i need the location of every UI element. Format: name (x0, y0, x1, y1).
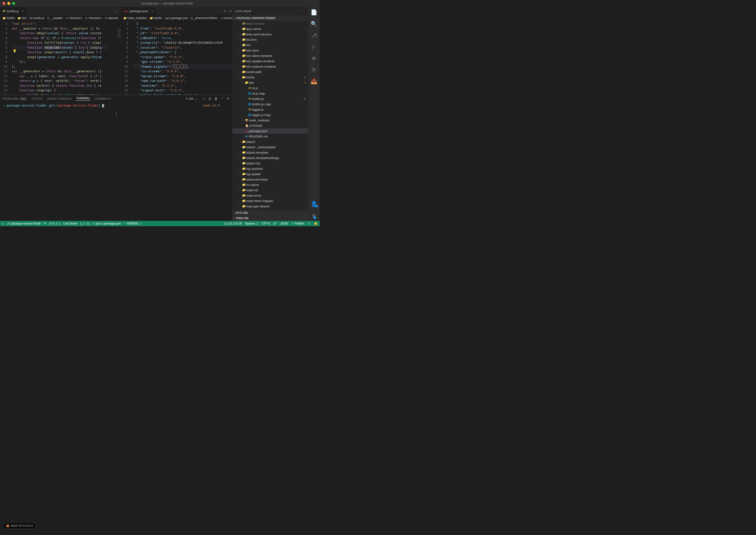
file-tree-item[interactable]: ›📁lowercase-keys (232, 177, 308, 182)
code-left[interactable]: "use strict";var __awaiter = (this && th… (12, 21, 108, 95)
terminal-select[interactable]: 1: zsh⌄ (184, 97, 199, 100)
new-terminal-icon[interactable]: ＋ (202, 97, 205, 101)
source-control-icon[interactable]: ⎇ (311, 32, 317, 38)
file-tree-item[interactable]: ›📁listr-silent-renderer (232, 53, 308, 58)
eol[interactable]: LF (273, 222, 277, 225)
explorer-more-icon[interactable]: ⋯ (302, 10, 305, 13)
code-area-right[interactable]: 12345678910111213141516 { "_from": "lock… (121, 21, 232, 95)
breadcrumb-item[interactable]: ⊙rejected (105, 16, 118, 20)
sync-icon[interactable]: ⟳ (44, 222, 46, 225)
close-tab-icon[interactable]: × (151, 9, 153, 13)
file-tree-item[interactable]: ›📁lru-cache (232, 182, 308, 187)
lightbulb-icon[interactable]: 💡 (13, 49, 16, 53)
outline-section[interactable]: › OUTLINE (232, 210, 308, 215)
indentation[interactable]: Spaces: 2 (245, 222, 258, 225)
remote-icon[interactable]: ⟳ (311, 67, 316, 73)
file-tree-item[interactable]: ›📁lodash.zip (232, 160, 308, 166)
live-share[interactable]: Live Share (63, 222, 77, 225)
breadcrumb-item[interactable]: JSlockfix.js (29, 16, 44, 20)
history-icon[interactable]: ⟲ (224, 9, 226, 13)
file-tree-item[interactable]: ›📁listr-input (232, 48, 308, 53)
file-tree-item[interactable]: JSlockfix.js2 (232, 96, 308, 101)
file-tree-item[interactable]: ›📁lodash (232, 139, 308, 144)
panel-tab-problems[interactable]: PROBLEMS1K+ (3, 97, 27, 100)
file-tree-item[interactable]: ›📁lodash._reinterpolate (232, 144, 308, 150)
breadcrumbs-right[interactable]: 📁node_modules›📁lockfix›npmpackage.json›{… (121, 15, 232, 21)
cursor-position[interactable]: Ln 10, Col 29 (224, 222, 241, 225)
file-tree-item[interactable]: JScli.js (232, 85, 308, 91)
explorer-root[interactable]: ⌄ PACKAGE-VERSION-FINDER (232, 15, 308, 21)
file-tree-item[interactable]: ›📁latest-version (232, 21, 308, 26)
language-mode[interactable]: JSON (280, 222, 288, 225)
git-branch[interactable]: ⎇ package-version-finder (7, 222, 41, 225)
panel-tab-output[interactable]: OUTPUT (32, 97, 43, 100)
search-icon[interactable]: 🔍 (310, 21, 317, 27)
feedback-icon[interactable]: ☺ (308, 222, 310, 225)
breadcrumb-item[interactable]: ⊙__awaiter (47, 16, 63, 20)
panel-up-icon[interactable]: ⌃ (221, 97, 224, 100)
explorer-icon[interactable]: 📄 (310, 9, 317, 15)
file-tree-item[interactable]: 🌐lockfix.js.map (232, 101, 308, 107)
file-tree-item[interactable]: ⌄📂dist● (232, 80, 308, 85)
spell-status[interactable]: {..} : 11 (80, 222, 90, 225)
file-tree-item[interactable]: ›📁make-fetch-happen (232, 198, 308, 204)
file-tree-item[interactable]: ›📁log-update (232, 171, 308, 177)
file-tree-item[interactable]: ›📦node_modules (232, 118, 308, 123)
breadcrumb-item[interactable]: ▭human-signals (221, 16, 232, 20)
file-tree-item[interactable]: ›📁map-age-cleaner (232, 204, 308, 209)
timeline-section[interactable]: › TIMELINE (232, 215, 308, 221)
maximize-window-button[interactable] (12, 2, 15, 5)
more-icon[interactable]: ⋯ (116, 9, 118, 13)
file-tree-item[interactable]: MDREADME.md (232, 134, 308, 139)
extensions-icon[interactable]: ⊞ (312, 55, 315, 61)
settings-icon[interactable]: ⚙1 (312, 212, 315, 218)
file-tree-item[interactable]: npmpackage.json (232, 128, 308, 134)
run-debug-icon[interactable]: ▷ (312, 44, 315, 50)
close-tab-icon[interactable]: × (22, 9, 24, 13)
file-type-status[interactable]: ✓ json | package.json (93, 222, 121, 225)
file-tree-item[interactable]: ›📁list-item (232, 37, 308, 42)
breadcrumb-item[interactable]: 📁lockfix (2, 16, 14, 20)
breadcrumb-item[interactable]: 📁dist (17, 16, 26, 20)
account-icon[interactable]: 👤1 (310, 201, 317, 207)
code-right[interactable]: { "_from": "lockfix@2.0.0", "_id": "lock… (133, 21, 232, 95)
panel-tab-debug[interactable]: DEBUG CONSOLE (47, 97, 72, 100)
breadcrumb-item[interactable]: {}_phantomChildren (191, 16, 217, 20)
tab-package-json[interactable]: npm package.json × (121, 7, 156, 15)
panel-tab-terminal[interactable]: TERMINAL (76, 97, 90, 101)
code-area-left[interactable]: 💡 12345678910111213141516 "use strict";v… (0, 21, 121, 95)
file-tree-item[interactable]: ›📁make-error (232, 193, 308, 198)
file-tree-item[interactable]: ›📁lazy-cache (232, 26, 308, 32)
file-tree-item[interactable]: ›📁listr-verbose-renderer (232, 64, 308, 69)
breadcrumb-item[interactable]: ⊙<function> (66, 16, 82, 20)
share-icon[interactable]: 📤 (310, 78, 317, 84)
compare-icon[interactable]: ⇄ (230, 9, 231, 13)
file-tree-item[interactable]: ›📁lodash.template (232, 150, 308, 155)
file-tree-item[interactable]: 🌐logger.js.map (232, 112, 308, 118)
minimap-left[interactable] (108, 21, 121, 95)
remote-indicator[interactable]: ⟐ (2, 222, 4, 225)
minimize-window-button[interactable] (7, 2, 10, 5)
file-tree-item[interactable]: 📜LICENSE (232, 123, 308, 128)
breadcrumb-item[interactable]: ⊙<function> (85, 16, 102, 20)
file-tree-item[interactable]: ›📁log-symbols (232, 166, 308, 171)
file-tree-item[interactable]: ›📁lines-and-columns (232, 32, 308, 37)
file-tree-item[interactable]: ›📁lodash.templatesettings (232, 155, 308, 160)
file-tree-item[interactable]: JSlogger.js (232, 107, 308, 112)
terminal[interactable]: → package-version-finder git:(package-ve… (0, 102, 232, 221)
close-window-button[interactable] (2, 2, 5, 5)
tab-lockfix-js[interactable]: JS lockfix.js × (0, 7, 27, 15)
prettier-status[interactable]: ✓ Prettier (291, 222, 304, 225)
file-tree-item[interactable]: ›📁make-dir (232, 187, 308, 193)
bell-icon[interactable]: 🔔 (314, 222, 318, 225)
breadcrumb-item[interactable]: npmpackage.json (165, 16, 188, 20)
panel-close-icon[interactable]: ✕ (227, 97, 229, 100)
panel-tab-comments[interactable]: COMMENTS (94, 97, 111, 100)
file-tree-item[interactable]: 🌐cli.js.map (232, 91, 308, 96)
file-tree-item[interactable]: ›📁listr-update-renderer (232, 58, 308, 64)
encoding[interactable]: UTF-8 (261, 222, 270, 225)
kill-terminal-icon[interactable]: 🗑 (215, 97, 218, 100)
breadcrumb-item[interactable]: 📁node_modules (123, 16, 147, 20)
breadcrumb-item[interactable]: 📁lockfix (150, 16, 162, 20)
file-tree-item[interactable]: ⌄📂lockfix● (232, 74, 308, 80)
